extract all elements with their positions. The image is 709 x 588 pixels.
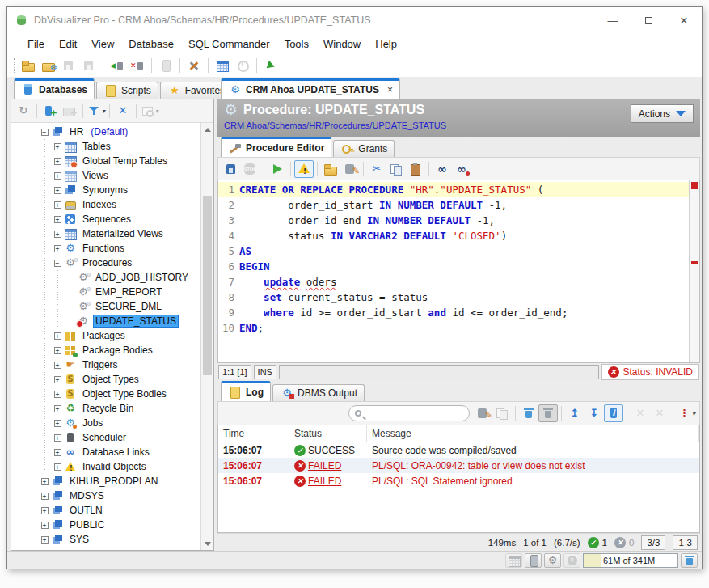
paste-button[interactable]	[406, 160, 425, 178]
tree-scrollbar[interactable]	[200, 123, 213, 550]
search-input[interactable]	[365, 408, 463, 419]
column-header-message[interactable]: Message	[367, 425, 699, 442]
menu-sql-commander[interactable]: SQL Commander	[181, 38, 277, 50]
disconnect-button[interactable]	[128, 57, 147, 74]
menu-edit[interactable]: Edit	[52, 38, 84, 50]
toolbar-grip[interactable]	[11, 58, 15, 73]
filter-tree-button[interactable]: ▾	[87, 102, 106, 120]
auto-clear-button[interactable]	[538, 404, 558, 422]
tab-databases[interactable]: Databases	[14, 78, 95, 99]
tree-item-package-bodies[interactable]: +Package Bodies	[13, 343, 200, 357]
menu-file[interactable]: File	[20, 38, 52, 50]
tree-expander[interactable]: +	[52, 154, 63, 168]
new-sql-commander-button[interactable]	[213, 57, 232, 74]
tree-expander[interactable]: +	[52, 343, 63, 357]
menu-tools[interactable]: Tools	[277, 38, 316, 50]
tab-scripts[interactable]: Scripts	[96, 82, 158, 99]
tree-item-update-status[interactable]: UPDATE_STATUS	[13, 314, 200, 328]
tree-expander[interactable]: +	[52, 183, 63, 197]
tree-expander[interactable]: +	[39, 503, 50, 518]
tree-expander[interactable]: +	[52, 139, 63, 154]
tree-item-kihub-prodplan[interactable]: +KIHUB_PRODPLAN	[13, 474, 200, 489]
tree-expander[interactable]: −	[52, 256, 63, 270]
memory-monitor[interactable]: 61M of 341M	[583, 553, 678, 568]
tree-item-secure-dml[interactable]: SECURE_DML	[13, 299, 200, 314]
tree-item-database-links[interactable]: +Database Links	[13, 445, 200, 459]
log-row[interactable]: 15:06:07SUCCESSSource code was compiled/…	[218, 442, 699, 458]
tab-grants[interactable]: Grants	[333, 140, 395, 157]
tab-procedure-editor[interactable]: Procedure Editor	[221, 137, 331, 157]
collapse-all-button[interactable]	[113, 102, 133, 120]
tree-item-indexes[interactable]: +Indexes	[13, 197, 200, 212]
background-tasks-button[interactable]	[544, 553, 561, 568]
tool-properties-button[interactable]	[184, 57, 204, 74]
tree-item-global-temp-tables[interactable]: +Global Temp Tables	[13, 154, 200, 168]
execute-button[interactable]	[268, 160, 287, 178]
close-button[interactable]: ✕	[666, 7, 702, 33]
tree-item-object-types[interactable]: +Object Types	[13, 372, 200, 387]
export-log-button[interactable]	[473, 404, 492, 422]
copy-button[interactable]	[386, 160, 406, 178]
tree-expander[interactable]: +	[39, 474, 50, 489]
tab-crm-ahoa-update-status[interactable]: CRM Ahoa UPDATE_STATUS ×	[221, 78, 400, 99]
open-bookmark-button[interactable]	[39, 57, 58, 74]
tree-expander[interactable]: +	[52, 357, 63, 372]
tree-item-add-job-history[interactable]: ADD_JOB_HISTORY	[13, 270, 200, 285]
tab-dbms-output[interactable]: DBMS Output	[272, 384, 365, 401]
tree-item-hr[interactable]: −HR(Default)	[13, 125, 200, 139]
create-connection-button[interactable]	[40, 102, 60, 120]
tree-item-recycle-bin[interactable]: +Recycle Bin	[13, 401, 200, 416]
error-marker[interactable]	[691, 261, 698, 264]
tree-item-sequences[interactable]: +Sequences	[13, 212, 200, 226]
connect-button[interactable]	[108, 57, 127, 74]
refresh-tree-button[interactable]	[14, 102, 33, 120]
gc-button[interactable]	[681, 553, 698, 568]
tree-item-mdsys[interactable]: +MDSYS	[13, 489, 200, 503]
scroll-down-arrow[interactable]	[201, 537, 213, 550]
tree-expander[interactable]: +	[52, 430, 63, 445]
tree-expander[interactable]: −	[39, 125, 50, 139]
menu-window[interactable]: Window	[316, 38, 368, 50]
log-row[interactable]: 15:06:07FAILEDPL/SQL: ORA-00942: table o…	[218, 458, 699, 473]
tree-expander[interactable]: +	[52, 387, 63, 401]
tree-item-procedures[interactable]: −Procedures	[13, 256, 200, 270]
close-tab-icon[interactable]: ×	[387, 84, 393, 95]
fit-row-height-button[interactable]: ▾	[677, 404, 696, 422]
scroll-to-top-button[interactable]	[565, 404, 585, 422]
tree-expander[interactable]: +	[52, 372, 63, 387]
tree-item-materialized-views[interactable]: +Materialized Views	[13, 226, 200, 241]
tree-expander[interactable]: +	[52, 401, 63, 416]
tree-item-emp-report[interactable]: EMP_REPORT	[13, 285, 200, 299]
tree-item-scheduler[interactable]: +Scheduler	[13, 430, 200, 445]
tree-item-invalid-objects[interactable]: +Invalid Objects	[13, 459, 200, 474]
tree-item-functions[interactable]: +Functions	[13, 241, 200, 256]
tree-expander[interactable]: +	[52, 328, 63, 343]
tree-expander[interactable]: +	[52, 241, 63, 256]
tree-expander[interactable]: +	[52, 416, 63, 430]
minimize-button[interactable]: —	[595, 7, 631, 33]
save-to-file-button[interactable]	[340, 160, 360, 178]
tree-item-synonyms[interactable]: +Synonyms	[13, 183, 200, 197]
tree-expander[interactable]: +	[52, 168, 63, 183]
navigate-button[interactable]	[261, 57, 281, 74]
tree-expander[interactable]: +	[39, 532, 50, 547]
connections-indicator-button[interactable]	[525, 553, 542, 568]
tree-expander[interactable]: +	[52, 197, 63, 212]
find-button[interactable]	[433, 160, 452, 178]
menu-help[interactable]: Help	[368, 38, 404, 50]
tree-item-outln[interactable]: +OUTLN	[13, 503, 200, 518]
tree-item-object-type-bodies[interactable]: +Object Type Bodies	[13, 387, 200, 401]
scroll-up-arrow[interactable]	[201, 123, 213, 136]
tree-expander[interactable]: +	[39, 489, 50, 503]
tree-item-packages[interactable]: +Packages	[13, 328, 200, 343]
tree-item-public[interactable]: +PUBLIC	[13, 518, 200, 532]
tree-item-views[interactable]: +Views	[13, 168, 200, 183]
load-from-file-button[interactable]	[321, 160, 340, 178]
log-row[interactable]: 15:06:07FAILEDPL/SQL: SQL Statement igno…	[218, 473, 699, 489]
actions-button[interactable]: Actions	[631, 104, 694, 123]
maximize-button[interactable]	[631, 7, 666, 33]
menu-view[interactable]: View	[84, 38, 121, 50]
find-replace-button[interactable]	[452, 160, 471, 178]
compile-save-button[interactable]	[222, 160, 241, 178]
tree-expander[interactable]: +	[52, 226, 63, 241]
